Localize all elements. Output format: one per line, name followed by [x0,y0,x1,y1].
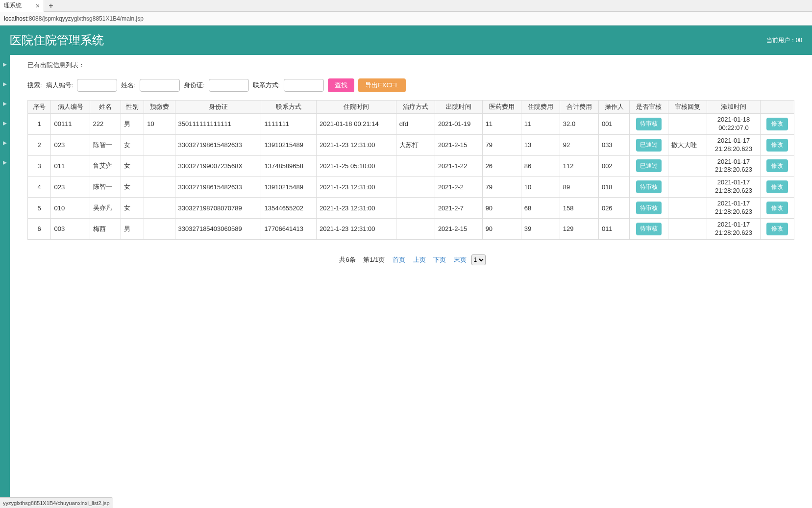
table-header-cell: 序号 [28,101,51,114]
cell-reply: 撒大大哇 [668,134,707,155]
cell-in_time: 2021-1-25 05:10:00 [317,155,396,177]
edit-button[interactable]: 修改 [766,180,788,193]
cell-reply [668,155,707,177]
table-header-cell: 身份证 [175,101,261,114]
cell-seq: 4 [28,177,51,198]
cell-edit: 修改 [760,114,794,135]
cell-contact: 1111111 [261,114,317,135]
sidebar-toggle-2[interactable] [0,75,10,94]
cell-seq: 5 [28,198,51,219]
browser-tab[interactable]: 理系统 × [0,0,44,12]
name-label: 姓名: [121,81,136,90]
table-header-cell: 审核回复 [668,101,707,114]
cell-hosp: 11 [521,114,560,135]
cell-hosp: 39 [521,218,560,239]
edit-button[interactable]: 修改 [766,223,788,235]
table-header-cell: 出院时间 [435,101,482,114]
pager-last[interactable]: 末页 [454,256,467,263]
status-button[interactable]: 待审核 [636,180,662,193]
cell-pno: 023 [51,134,90,155]
idcard-label: 身份证: [184,81,205,90]
cell-seq: 2 [28,134,51,155]
browser-status-bar: yyzyglxthsg8851X1B4/chuyuanxinxi_list2.j… [0,497,113,508]
table-header-cell: 添加时间 [707,101,760,114]
sidebar [0,55,10,508]
sidebar-toggle-5[interactable] [0,133,10,153]
cell-prepay [144,155,175,177]
cell-contact: 13910215489 [261,177,317,198]
idcard-input[interactable] [209,79,249,92]
pager-next[interactable]: 下页 [433,256,446,263]
status-button[interactable]: 待审核 [636,202,662,214]
cell-id: 330327185403060589 [175,218,261,239]
cell-reply [668,114,707,135]
search-button[interactable]: 查找 [328,78,354,92]
table-row: 5010吴亦凡女33032719870807078913544655202202… [28,198,794,219]
table-header-cell: 性别 [121,101,144,114]
status-button[interactable]: 已通过 [636,139,662,152]
edit-button[interactable]: 修改 [766,118,788,130]
cell-op: 011 [598,218,629,239]
cell-treat: 大苏打 [396,134,435,155]
pager: 共6条 第1/1页 首页 上页 下页 末页 1 [27,254,794,265]
sidebar-toggle-4[interactable] [0,114,10,133]
cell-add-time: 2021-01-1721:28:20.623 [707,155,760,177]
cell-total: 158 [560,198,598,219]
sidebar-toggle-1[interactable] [0,55,10,75]
cell-op: 001 [598,114,629,135]
edit-button[interactable]: 修改 [766,139,788,152]
svg-marker-4 [3,141,7,145]
new-tab-button[interactable]: + [44,1,58,10]
content-area: 已有出院信息列表： 搜索: 病人编号: 姓名: 身份证: 联系方式: 查找 导出… [10,55,812,508]
pager-select[interactable]: 1 [471,254,486,265]
contact-label: 联系方式: [253,81,280,90]
close-icon[interactable]: × [36,2,40,10]
cell-treat [396,177,435,198]
cell-treat: dfd [396,114,435,135]
export-excel-button[interactable]: 导出EXCEL [358,78,406,92]
tab-title: 理系统 [4,1,22,10]
cell-pno: 023 [51,177,90,198]
url-path: 8088/jspmkqyyzyglxthsg8851X1B4/main.jsp [29,15,144,22]
svg-marker-5 [3,161,7,165]
cell-id: 330327198708070789 [175,198,261,219]
cell-hosp: 10 [521,177,560,198]
edit-button[interactable]: 修改 [766,202,788,214]
sidebar-toggle-3[interactable] [0,94,10,114]
cell-med: 11 [482,114,521,135]
cell-total: 92 [560,134,598,155]
table-header-row: 序号病人编号姓名性别预缴费身份证联系方式住院时间治疗方式出院时间医药费用住院费用… [28,101,794,114]
cell-contact: 13910215489 [261,134,317,155]
cell-contact: 13748589658 [261,155,317,177]
svg-marker-3 [3,122,7,126]
cell-treat [396,198,435,219]
cell-id: 330327198615482633 [175,177,261,198]
cell-total: 89 [560,177,598,198]
search-row: 搜索: 病人编号: 姓名: 身份证: 联系方式: 查找 导出EXCEL [27,78,794,92]
contact-input[interactable] [284,79,324,92]
cell-op: 026 [598,198,629,219]
cell-total: 112 [560,155,598,177]
status-button[interactable]: 待审核 [636,118,662,130]
edit-button[interactable]: 修改 [766,159,788,172]
name-input[interactable] [140,79,180,92]
table-header-cell [760,101,794,114]
patient-no-input[interactable] [77,79,117,92]
cell-sex: 女 [121,134,144,155]
cell-in_time: 2021-01-18 00:21:14 [317,114,396,135]
search-prefix: 搜索: [27,81,42,90]
cell-med: 79 [482,134,521,155]
svg-marker-1 [3,82,7,86]
sidebar-toggle-6[interactable] [0,153,10,173]
pager-first[interactable]: 首页 [393,256,405,263]
table-row: 2023陈智一女33032719861548263313910215489202… [28,134,794,155]
svg-marker-0 [3,63,7,67]
status-button[interactable]: 待审核 [636,223,662,235]
status-button[interactable]: 已通过 [636,159,662,172]
pager-prev[interactable]: 上页 [413,256,426,263]
cell-name: 陈智一 [90,134,121,155]
cell-in_time: 2021-1-23 12:31:00 [317,198,396,219]
cell-name: 陈智一 [90,177,121,198]
browser-url-bar[interactable]: localhost:8088/jspmkqyyzyglxthsg8851X1B4… [0,12,812,25]
cell-hosp: 13 [521,134,560,155]
